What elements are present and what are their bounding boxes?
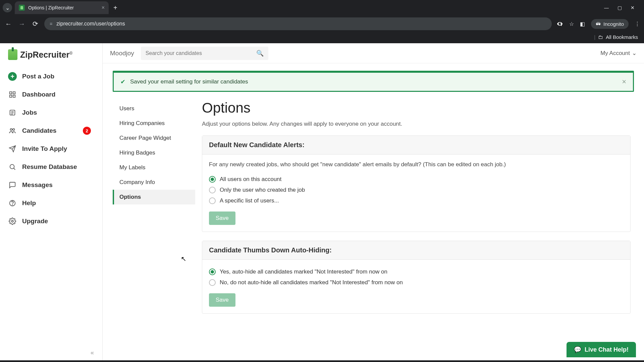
candidate-search[interactable]: 🔍 xyxy=(141,47,268,60)
plus-circle-icon: + xyxy=(8,72,17,81)
radio-icon xyxy=(209,187,216,193)
sidebar-item-invite-to-apply[interactable]: Invite To Apply xyxy=(0,140,102,158)
search-icon[interactable]: 🔍 xyxy=(256,50,264,57)
help-icon xyxy=(8,199,17,207)
collapse-sidebar-icon[interactable]: « xyxy=(91,349,94,356)
ziprecruiter-logo[interactable]: ZipRecruiter® xyxy=(0,49,102,67)
sidebar-item-label: Help xyxy=(22,199,36,207)
radio-auto-hide-yes[interactable]: Yes, auto-hide all candidates marked "No… xyxy=(209,266,624,277)
svg-rect-2 xyxy=(10,95,12,97)
subnav-options[interactable]: Options xyxy=(113,190,195,204)
dismiss-banner-icon[interactable]: × xyxy=(622,77,626,86)
subnav-users[interactable]: Users xyxy=(113,101,195,116)
url-text: ziprecruiter.com/user/options xyxy=(56,21,125,27)
radio-all-users[interactable]: All users on this account xyxy=(209,174,624,185)
radio-label: Only the user who created the job xyxy=(220,187,305,193)
sidebar-item-resume-database[interactable]: Resume Database xyxy=(0,158,102,176)
sidebar-item-dashboard[interactable]: Dashboard xyxy=(0,85,102,104)
chat-bubble-icon: 💬 xyxy=(574,346,581,353)
tracking-protection-icon[interactable]: 👁‍🗨 xyxy=(556,21,563,27)
check-icon: ✔ xyxy=(120,78,125,85)
sidebar-item-candidates[interactable]: Candidates 2 xyxy=(0,122,102,140)
folder-icon: 🗀 xyxy=(598,34,603,40)
maximize-icon[interactable]: ▢ xyxy=(618,5,622,10)
people-icon xyxy=(8,126,17,135)
radio-label: All users on this account xyxy=(220,176,281,183)
tab-bar: ⌄ Options | ZipRecruiter × + — ▢ ✕ xyxy=(0,0,644,15)
subnav-hiring-companies[interactable]: Hiring Companies xyxy=(113,116,195,131)
all-bookmarks-link[interactable]: All Bookmarks xyxy=(606,34,638,40)
forward-button[interactable]: → xyxy=(17,20,26,28)
radio-icon xyxy=(209,197,216,204)
svg-rect-3 xyxy=(13,95,15,97)
site-info-icon[interactable]: ≡ xyxy=(50,21,52,26)
chevron-down-icon: ⌄ xyxy=(632,50,637,57)
card-header: Candidate Thumbs Down Auto-Hiding: xyxy=(202,241,630,260)
svg-point-13 xyxy=(12,204,13,205)
sidebar-item-jobs[interactable]: Jobs xyxy=(0,104,102,122)
notification-badge: 2 xyxy=(83,127,91,135)
browser-tab[interactable]: Options | ZipRecruiter × xyxy=(15,1,109,14)
tab-search-dropdown[interactable]: ⌄ xyxy=(3,3,12,12)
save-autohide-button[interactable]: Save xyxy=(209,293,235,307)
close-window-icon[interactable]: ✕ xyxy=(631,5,635,10)
reload-button[interactable]: ⟳ xyxy=(31,20,40,28)
incognito-badge[interactable]: 🕶 Incognito xyxy=(591,19,629,29)
subnav-company-info[interactable]: Company Info xyxy=(113,175,195,190)
sidebar-item-post-a-job[interactable]: + Post a Job xyxy=(0,67,102,85)
sidebar-item-label: Post a Job xyxy=(22,73,54,80)
radio-icon xyxy=(209,279,216,286)
browser-chrome: ⌄ Options | ZipRecruiter × + — ▢ ✕ ← → ⟳… xyxy=(0,0,644,43)
save-alerts-button[interactable]: Save xyxy=(209,212,235,225)
primary-sidebar: ZipRecruiter® + Post a Job Dashboard Job… xyxy=(0,43,103,360)
svg-point-9 xyxy=(13,129,14,131)
subnav-my-labels[interactable]: My Labels xyxy=(113,160,195,175)
logo-text: ZipRecruiter xyxy=(20,50,69,59)
minimize-icon[interactable]: — xyxy=(604,5,609,10)
bookmark-star-icon[interactable]: ☆ xyxy=(569,21,574,27)
card-default-alerts: Default New Candidate Alerts: For any ne… xyxy=(202,135,631,232)
sidebar-item-label: Messages xyxy=(22,181,53,189)
live-chat-widget[interactable]: 💬 Live Chat Help! xyxy=(567,342,636,357)
card-header: Default New Candidate Alerts: xyxy=(202,136,630,155)
search-input[interactable] xyxy=(146,50,256,56)
close-tab-icon[interactable]: × xyxy=(102,5,105,11)
content-scroll[interactable]: ✔ Saved your email setting for similar c… xyxy=(103,63,644,360)
url-input[interactable]: ≡ ziprecruiter.com/user/options xyxy=(44,17,552,30)
grid-icon xyxy=(8,90,17,99)
radio-label: A specific list of users... xyxy=(220,197,279,204)
chat-label: Live Chat Help! xyxy=(585,346,629,353)
svg-point-8 xyxy=(10,129,12,131)
banner-text: Saved your email setting for similar can… xyxy=(130,78,248,85)
browser-menu-icon[interactable]: ⋮ xyxy=(635,21,640,27)
my-account-menu[interactable]: My Account ⌄ xyxy=(600,50,637,57)
sidebar-item-label: Resume Database xyxy=(22,163,77,171)
radio-only-creator[interactable]: Only the user who created the job xyxy=(209,185,624,195)
radio-auto-hide-no[interactable]: No, do not auto-hide all candidates mark… xyxy=(209,277,624,288)
svg-point-14 xyxy=(11,220,13,222)
sidebar-item-help[interactable]: Help xyxy=(0,194,102,212)
sidebar-item-messages[interactable]: Messages xyxy=(0,176,102,194)
company-name[interactable]: Moodjoy xyxy=(110,50,134,57)
app-frame: ZipRecruiter® + Post a Job Dashboard Job… xyxy=(0,43,644,360)
search-icon xyxy=(8,163,17,171)
subnav-career-page-widget[interactable]: Career Page Widget xyxy=(113,131,195,145)
chat-icon xyxy=(8,181,17,189)
main-area: Moodjoy 🔍 My Account ⌄ ✔ Saved your emai… xyxy=(103,43,644,360)
success-banner: ✔ Saved your email setting for similar c… xyxy=(113,71,634,92)
sidebar-item-upgrade[interactable]: Upgrade xyxy=(0,212,102,230)
sidebar-item-label: Invite To Apply xyxy=(22,145,67,153)
page-title: Options xyxy=(202,100,631,116)
side-panel-icon[interactable]: ◧ xyxy=(580,21,585,27)
new-tab-button[interactable]: + xyxy=(113,4,117,12)
svg-point-10 xyxy=(10,165,14,169)
svg-rect-0 xyxy=(10,92,12,94)
radio-specific-list[interactable]: A specific list of users... xyxy=(209,195,624,206)
settings-subnav: Users Hiring Companies Career Page Widge… xyxy=(113,100,195,336)
gear-icon xyxy=(8,217,17,226)
page-subtitle: Adjust your options below. Any changes w… xyxy=(202,121,631,127)
radio-label: No, do not auto-hide all candidates mark… xyxy=(220,279,403,286)
back-button[interactable]: ← xyxy=(4,20,13,28)
address-bar: ← → ⟳ ≡ ziprecruiter.com/user/options 👁‍… xyxy=(0,15,644,32)
subnav-hiring-badges[interactable]: Hiring Badges xyxy=(113,145,195,160)
